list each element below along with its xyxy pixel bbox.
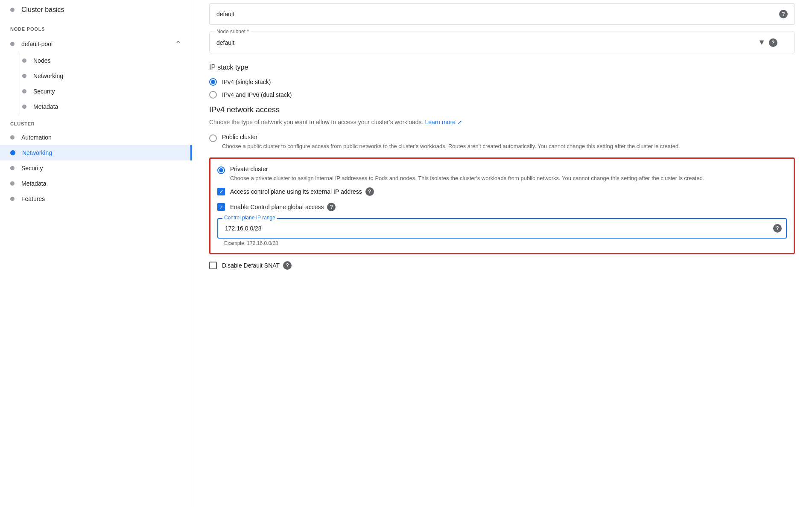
automation-label: Automation bbox=[21, 134, 52, 141]
first-select-value: default bbox=[216, 11, 234, 17]
sidebar-item-cluster-networking[interactable]: Networking bbox=[0, 145, 192, 160]
pool-metadata-bullet bbox=[22, 105, 26, 109]
default-pool-label: default-pool bbox=[21, 41, 53, 47]
external-link-icon: ➚ bbox=[457, 118, 462, 127]
node-subnet-icons: ▼ ? bbox=[758, 38, 777, 47]
default-pool-bullet bbox=[10, 42, 15, 46]
pool-security-label: Security bbox=[33, 88, 55, 95]
private-cluster-option[interactable]: Private cluster Choose a private cluster… bbox=[217, 166, 787, 183]
private-cluster-desc: Choose a private cluster to assign inter… bbox=[230, 174, 704, 183]
features-label: Features bbox=[21, 195, 45, 202]
ipv4-dual-stack-radio[interactable] bbox=[209, 91, 217, 99]
access-control-plane-row[interactable]: ✓ Access control plane using its externa… bbox=[217, 187, 787, 196]
access-control-help-icon[interactable]: ? bbox=[365, 187, 374, 196]
public-cluster-content: Public cluster Choose a public cluster t… bbox=[222, 134, 680, 151]
ip-stack-title: IP stack type bbox=[209, 64, 795, 71]
ipv4-single-stack-option[interactable]: IPv4 (single stack) bbox=[209, 78, 795, 86]
first-help-icon[interactable]: ? bbox=[779, 10, 788, 18]
learn-more-link[interactable]: Learn more ➚ bbox=[425, 118, 462, 127]
cluster-security-bullet bbox=[10, 166, 15, 170]
node-pools-section-label: NODE POOLS bbox=[0, 20, 192, 35]
ip-stack-section: IP stack type IPv4 (single stack) IPv4 a… bbox=[209, 64, 795, 99]
expand-icon[interactable]: ⌃ bbox=[175, 39, 181, 49]
enable-global-help-icon[interactable]: ? bbox=[327, 203, 336, 211]
sidebar-item-default-pool[interactable]: default-pool ⌃ bbox=[0, 35, 192, 53]
node-subnet-select[interactable]: Node subnet default ▼ ? bbox=[209, 32, 795, 53]
public-cluster-title: Public cluster bbox=[222, 134, 680, 140]
sidebar-item-cluster-basics[interactable]: Cluster basics bbox=[0, 0, 192, 20]
cluster-security-label: Security bbox=[21, 165, 43, 172]
ipv4-dual-stack-option[interactable]: IPv4 and IPv6 (dual stack) bbox=[209, 91, 795, 99]
sidebar-item-cluster-security[interactable]: Security bbox=[0, 160, 192, 176]
ipv4-network-access-section: IPv4 network access Choose the type of n… bbox=[209, 105, 795, 254]
pool-metadata-label: Metadata bbox=[33, 103, 58, 110]
node-pool-sub-items: Nodes Networking Security Metadata bbox=[0, 53, 192, 114]
private-cluster-content: Private cluster Choose a private cluster… bbox=[230, 166, 704, 183]
sidebar-item-cluster-metadata[interactable]: Metadata bbox=[0, 176, 192, 191]
cluster-metadata-label: Metadata bbox=[21, 180, 46, 187]
nodes-label: Nodes bbox=[33, 57, 50, 64]
private-cluster-highlighted: Private cluster Choose a private cluster… bbox=[209, 157, 795, 255]
enable-global-access-row[interactable]: ✓ Enable Control plane global access ? bbox=[217, 203, 787, 211]
dropdown-arrow-icon: ▼ bbox=[758, 38, 765, 47]
enable-global-access-label: Enable Control plane global access bbox=[230, 204, 324, 210]
first-select-wrapper: default ? bbox=[209, 3, 795, 25]
cluster-basics-bullet bbox=[10, 8, 15, 12]
ipv4-dual-stack-label: IPv4 and IPv6 (dual stack) bbox=[222, 91, 292, 98]
network-access-title: IPv4 network access bbox=[209, 105, 795, 114]
node-subnet-label: Node subnet bbox=[215, 29, 251, 35]
pool-networking-label: Networking bbox=[33, 73, 63, 79]
sidebar-item-features[interactable]: Features bbox=[0, 191, 192, 207]
ip-range-hint: Example: 172.16.0.0/28 bbox=[217, 240, 787, 246]
node-subnet-help-icon[interactable]: ? bbox=[769, 38, 777, 47]
nodes-bullet bbox=[22, 58, 26, 63]
private-cluster-radio[interactable] bbox=[217, 166, 225, 174]
public-cluster-option[interactable]: Public cluster Choose a public cluster t… bbox=[209, 134, 795, 151]
ip-range-help-icon[interactable]: ? bbox=[773, 224, 782, 233]
features-bullet bbox=[10, 197, 15, 201]
private-cluster-title: Private cluster bbox=[230, 166, 704, 172]
sidebar-item-pool-metadata[interactable]: Metadata bbox=[0, 99, 192, 114]
disable-snat-row[interactable]: Disable Default SNAT ? bbox=[209, 261, 795, 270]
top-section: default ? bbox=[209, 0, 795, 25]
disable-snat-label: Disable Default SNAT bbox=[222, 262, 280, 269]
sidebar-item-automation[interactable]: Automation bbox=[0, 130, 192, 145]
cluster-section-label: CLUSTER bbox=[0, 114, 192, 130]
disable-snat-checkbox[interactable] bbox=[209, 262, 217, 269]
automation-bullet bbox=[10, 135, 15, 140]
ip-range-field-label: Control plane IP range bbox=[222, 215, 277, 221]
ip-range-input[interactable] bbox=[217, 218, 787, 239]
access-control-plane-checkbox[interactable]: ✓ bbox=[217, 188, 225, 195]
sidebar-item-pool-security[interactable]: Security bbox=[0, 84, 192, 99]
disable-snat-help-icon[interactable]: ? bbox=[283, 261, 292, 270]
ipv4-single-stack-radio[interactable] bbox=[209, 78, 217, 86]
sidebar-item-nodes[interactable]: Nodes bbox=[0, 53, 192, 68]
pool-networking-bullet bbox=[22, 74, 26, 78]
node-subnet-field: Node subnet default ▼ ? bbox=[209, 32, 795, 53]
cluster-metadata-bullet bbox=[10, 181, 15, 186]
public-cluster-desc: Choose a public cluster to configure acc… bbox=[222, 142, 680, 151]
pool-security-bullet bbox=[22, 89, 26, 93]
public-cluster-radio[interactable] bbox=[209, 134, 217, 142]
sidebar-item-pool-networking[interactable]: Networking bbox=[0, 68, 192, 84]
cluster-basics-label: Cluster basics bbox=[21, 6, 64, 14]
cluster-networking-bullet bbox=[10, 150, 15, 155]
cluster-networking-label: Networking bbox=[22, 149, 52, 156]
access-control-plane-label: Access control plane using its external … bbox=[230, 188, 362, 195]
network-access-description: Choose the type of network you want to a… bbox=[209, 118, 795, 127]
ip-range-field: Control plane IP range ? bbox=[217, 218, 787, 239]
sidebar: Cluster basics NODE POOLS default-pool ⌃… bbox=[0, 0, 192, 507]
ipv4-single-stack-label: IPv4 (single stack) bbox=[222, 79, 271, 85]
node-subnet-value: default bbox=[216, 39, 234, 46]
main-content: default ? Node subnet default ▼ ? IP sta… bbox=[192, 0, 812, 507]
enable-global-access-checkbox[interactable]: ✓ bbox=[217, 203, 225, 211]
